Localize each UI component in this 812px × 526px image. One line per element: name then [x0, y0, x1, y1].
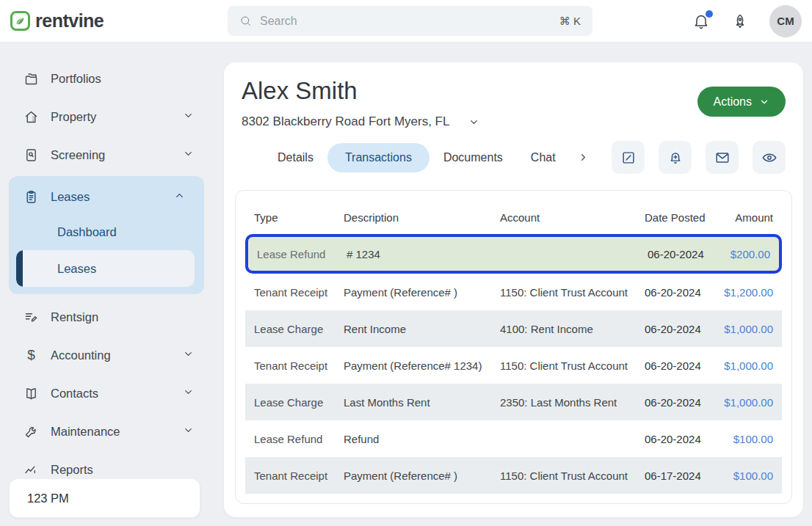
user-avatar[interactable]: CM [769, 5, 802, 37]
chevron-down-icon [759, 97, 769, 107]
tabs-overflow-button[interactable] [576, 150, 592, 166]
notifications-button[interactable] [692, 12, 711, 31]
notification-dot [706, 10, 713, 18]
folders-icon [23, 71, 39, 87]
sidebar-item-label: Reports [51, 463, 93, 477]
cell-type: Tenant Receipt [245, 286, 335, 299]
sidebar-item-label: Portfolios [51, 72, 101, 86]
tabs-row: Details Transactions Documents Chat [224, 141, 803, 174]
chevron-down-icon [183, 425, 194, 439]
table-row[interactable]: Lease Refund Refund 06-20-2024 $100.00 [245, 420, 782, 457]
sidebar-item-property[interactable]: Property [0, 98, 213, 136]
cell-type: Lease Refund [245, 433, 335, 445]
search-icon [239, 15, 253, 28]
cell-amount-link[interactable]: $1,000.00 [711, 359, 782, 372]
cell-amount-link[interactable]: $1,000.00 [711, 323, 782, 335]
cell-amount-link[interactable]: $100.00 [711, 433, 782, 445]
tab-chat[interactable]: Chat [517, 143, 570, 172]
edit-note-button[interactable] [612, 141, 645, 174]
dollar-icon: $ [23, 347, 39, 363]
rentvine-leaf-icon [10, 11, 30, 31]
sidebar-item-label: Leases [57, 262, 96, 276]
sidebar-item-label: Property [51, 110, 96, 124]
sidebar-item-screening[interactable]: Screening [0, 136, 213, 174]
sidebar-item-label: Accounting [51, 348, 111, 362]
active-indicator-bar [16, 250, 23, 287]
topbar-right: CM [692, 0, 812, 42]
cell-date: 06-20-2024 [636, 359, 711, 372]
cell-date: 06-20-2024 [636, 433, 711, 445]
wrench-icon [23, 424, 39, 439]
chevron-down-icon [183, 348, 194, 362]
rocket-icon [731, 12, 749, 30]
house-icon [23, 109, 39, 125]
sidebar-item-label: Screening [51, 148, 105, 162]
search-input[interactable] [260, 15, 552, 28]
cell-date: 06-20-2024 [636, 323, 711, 335]
sidebar-item-contacts[interactable]: Contacts [0, 374, 213, 412]
table-row[interactable]: Tenant Receipt Payment (Reference# ) 115… [245, 457, 782, 494]
cell-amount-link[interactable]: $200.00 [714, 248, 779, 260]
eye-icon [761, 150, 777, 166]
file-search-icon [23, 147, 39, 163]
cell-description: Refund [335, 433, 491, 445]
column-header-type: Type [245, 211, 335, 224]
cell-description: Last Months Rent [335, 396, 491, 409]
cell-date: 06-20-2024 [636, 396, 711, 409]
sidebar-item-portfolios[interactable]: Portfolios [0, 59, 213, 98]
sidebar-item-label: Rentsign [51, 310, 98, 324]
actions-button-label: Actions [714, 95, 752, 109]
search-bar[interactable]: ⌘ K [228, 6, 592, 36]
company-label: 123 PM [27, 492, 69, 505]
cell-description: Payment (Reference# ) [335, 286, 491, 299]
whats-new-button[interactable] [731, 12, 750, 31]
tab-details[interactable]: Details [264, 143, 327, 172]
table-row[interactable]: Tenant Receipt Payment (Reference# 1234)… [245, 347, 782, 384]
chevron-right-icon [578, 152, 589, 163]
table-row[interactable]: Lease Charge Rent Income 4100: Rent Inco… [245, 310, 782, 347]
page-title: Alex Smith [242, 77, 479, 105]
add-reminder-button[interactable] [659, 141, 692, 174]
actions-button[interactable]: Actions [697, 87, 786, 117]
send-email-button[interactable] [706, 141, 739, 174]
cell-amount-link[interactable]: $1,200.00 [711, 286, 782, 299]
book-icon [23, 386, 39, 401]
watch-button[interactable] [753, 141, 786, 174]
table-row-highlighted[interactable]: Lease Refund # 1234 06-20-2024 $200.00 [245, 234, 782, 274]
sidebar-item-accounting[interactable]: $ Accounting [0, 336, 213, 374]
cell-description: Payment (Reference# 1234) [335, 359, 491, 372]
tab-transactions[interactable]: Transactions [327, 143, 429, 172]
chevron-down-icon [183, 387, 194, 401]
sidebar-item-rentsign[interactable]: Rentsign [0, 298, 213, 336]
cell-account: 1150: Client Trust Account [491, 286, 636, 299]
topbar: rentvine ⌘ K CM [0, 0, 812, 42]
cell-amount-link[interactable]: $1,000.00 [711, 396, 782, 409]
sidebar-item-leases[interactable]: Leases [9, 178, 204, 216]
cell-description: Payment (Reference# ) [335, 470, 491, 482]
sidebar: Portfolios Property Screening Leases Das… [0, 42, 213, 526]
table-row[interactable]: Lease Charge Last Months Rent 2350: Last… [245, 384, 782, 420]
address-selector[interactable]: 8302 Blackberry Road Fort Myers, FL [242, 114, 479, 129]
clipboard-icon [23, 189, 39, 205]
tab-documents[interactable]: Documents [429, 143, 517, 172]
brand-logo[interactable]: rentvine [0, 10, 104, 32]
table-header-row: Type Description Account Date Posted Amo… [245, 200, 782, 234]
chevron-down-icon [183, 110, 194, 124]
company-switcher[interactable]: 123 PM [9, 478, 200, 518]
chevron-down-icon [183, 148, 194, 162]
sidebar-item-label: Leases [51, 190, 90, 204]
table-row[interactable]: Tenant Receipt Payment (Reference# ) 115… [245, 274, 782, 310]
main-content-card: Alex Smith 8302 Blackberry Road Fort Mye… [224, 62, 803, 517]
transactions-table: Type Description Account Date Posted Amo… [235, 190, 792, 504]
sidebar-item-maintenance[interactable]: Maintenance [0, 412, 213, 450]
sidebar-item-leases-dashboard[interactable]: Dashboard [9, 216, 204, 248]
chevron-up-icon [174, 190, 185, 204]
sidebar-item-label: Maintenance [51, 425, 120, 439]
brand-name: rentvine [35, 10, 104, 32]
cell-account: 1150: Client Trust Account [491, 470, 636, 482]
cell-account: 4100: Rent Income [491, 323, 636, 335]
cell-amount-link[interactable]: $100.00 [711, 470, 782, 482]
sidebar-item-leases-leases[interactable]: Leases [16, 250, 195, 287]
column-header-account: Account [491, 211, 636, 224]
cell-date: 06-20-2024 [636, 286, 711, 299]
